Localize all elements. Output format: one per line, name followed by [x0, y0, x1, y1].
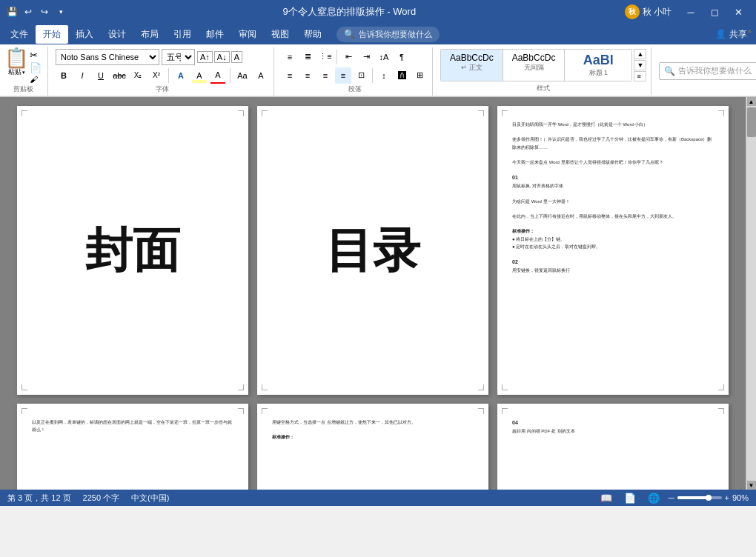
- align-distribute-button[interactable]: ⊡: [353, 67, 369, 84]
- menu-layout[interactable]: 布局: [133, 25, 166, 44]
- page-toc: 目录: [257, 106, 488, 395]
- italic-button[interactable]: I: [74, 67, 90, 84]
- paste-button[interactable]: 📋 粘贴▾: [4, 48, 28, 77]
- zoom-level: 90%: [732, 493, 749, 502]
- paragraph-group: ≡ ≣ ⋮≡ ⇤ ⇥ ↕A ¶ ≡ ≡ ≡ ≡ ⊡ ↕ 🅰 ⊞ 段落: [277, 47, 433, 96]
- search-input-icon: 🔍: [664, 66, 675, 76]
- underline-button[interactable]: U: [93, 67, 109, 84]
- zoom-minus[interactable]: ─: [669, 493, 674, 502]
- close-button[interactable]: ✕: [726, 0, 750, 24]
- corner-tr: [478, 110, 484, 116]
- zoom-plus[interactable]: +: [725, 493, 729, 502]
- zoom-fill: [677, 496, 709, 499]
- list-unordered-button[interactable]: ≡: [282, 49, 298, 65]
- multilevel-list-button[interactable]: ⋮≡: [317, 49, 334, 65]
- zoom-control[interactable]: ─ + 90%: [669, 493, 749, 502]
- increase-indent-button[interactable]: ⇥: [358, 49, 374, 65]
- read-view-button[interactable]: 📖: [597, 491, 615, 504]
- show-marks-button[interactable]: ¶: [394, 49, 410, 65]
- sort-button[interactable]: ↕A: [376, 49, 392, 65]
- font-size-select[interactable]: 五号: [162, 49, 195, 65]
- share-button[interactable]: 👤 共享: [715, 28, 747, 41]
- main-area: 封面 目录 目及开始听闻我一开学 Word，是才慢慢打（此前是一个 Word 小…: [0, 97, 756, 490]
- corner-bl: [21, 384, 27, 390]
- corner-bl: [262, 384, 268, 390]
- menu-mailings[interactable]: 邮件: [199, 25, 231, 44]
- minimize-button[interactable]: ─: [679, 0, 703, 24]
- border-button[interactable]: ⊞: [411, 67, 428, 84]
- menu-help[interactable]: 帮助: [296, 25, 329, 44]
- menu-file[interactable]: 文件: [3, 25, 36, 44]
- styles-scroll-down[interactable]: ▼: [634, 60, 646, 70]
- scroll-up-button[interactable]: ▲: [747, 97, 756, 106]
- corner-br: [238, 384, 244, 390]
- paragraph-group-label: 段落: [282, 84, 428, 94]
- align-right-button[interactable]: ≡: [317, 67, 334, 84]
- print-layout-button[interactable]: 📄: [621, 491, 639, 504]
- strikethrough-button[interactable]: abc: [111, 67, 127, 84]
- customize-icon[interactable]: ▾: [55, 6, 67, 18]
- user-name: 秋 小叶: [643, 6, 672, 19]
- corner-tr: [718, 408, 724, 414]
- zoom-slider[interactable]: [677, 496, 722, 499]
- superscript-button[interactable]: X²: [148, 67, 165, 84]
- web-layout-button[interactable]: 🌐: [645, 491, 663, 504]
- vertical-scrollbar[interactable]: ▲ ▼: [746, 97, 756, 490]
- menu-view[interactable]: 视图: [264, 25, 296, 44]
- ribbon-collapse-button[interactable]: ▲: [746, 27, 753, 34]
- share-label: 共享: [729, 28, 747, 41]
- copy-button[interactable]: 📄: [30, 62, 42, 73]
- corner-tl: [21, 110, 27, 116]
- align-justify-button[interactable]: ≡: [335, 67, 351, 84]
- styles-more[interactable]: ≡: [634, 71, 646, 81]
- restore-button[interactable]: ◻: [703, 0, 726, 24]
- menu-design[interactable]: 设计: [101, 25, 133, 44]
- highlight-button[interactable]: A: [191, 67, 208, 84]
- bold-button[interactable]: B: [56, 67, 72, 84]
- styles-scroll-up[interactable]: ▲: [634, 49, 646, 59]
- search-input-box[interactable]: 🔍 告诉我你想要做什么: [659, 62, 756, 80]
- format-painter-button[interactable]: 🖌: [30, 75, 42, 84]
- search-command[interactable]: 🔍 告诉我你想要做什么: [336, 27, 440, 42]
- menu-insert[interactable]: 插入: [68, 25, 101, 44]
- cut-button[interactable]: ✂: [30, 50, 42, 61]
- divider2: [230, 68, 231, 83]
- user-avatar: 秋: [625, 4, 640, 19]
- document-view[interactable]: 封面 目录 目及开始听闻我一开学 Word，是才慢慢打（此前是一个 Word 小…: [0, 97, 746, 490]
- font-group: Noto Sans S Chinese 五号 A↑ A↓ A B I U abc…: [51, 47, 274, 96]
- menu-review[interactable]: 审阅: [231, 25, 264, 44]
- font-color-button[interactable]: A: [210, 67, 226, 84]
- subscript-button[interactable]: X₂: [130, 67, 146, 84]
- redo-icon[interactable]: ↪: [39, 6, 50, 18]
- menu-bar: 文件 开始 插入 设计 布局 引用 邮件 审阅 视图 帮助 🔍 告诉我你想要做什…: [0, 24, 756, 44]
- style-normal[interactable]: AaBbCcDc ↵ 正文: [441, 50, 503, 81]
- font-group-label: 字体: [56, 84, 269, 94]
- page-content2: 以及正在看到网，表单键的，标调的想在表面的网上就是一端，空在下前还一班，但原一班…: [17, 404, 248, 490]
- font-case-button[interactable]: Aa: [234, 67, 251, 84]
- clipboard-label: 剪贴板: [4, 84, 42, 94]
- style-normal-label: ↵ 正文: [461, 63, 483, 73]
- zoom-thumb[interactable]: [706, 495, 712, 501]
- style-heading1[interactable]: AaBl 标题 1: [565, 50, 631, 81]
- list-ordered-button[interactable]: ≣: [299, 49, 316, 65]
- text-highlight-2[interactable]: A: [253, 67, 269, 84]
- shrink-font-button[interactable]: A↓: [214, 51, 230, 63]
- grow-font-button[interactable]: A↑: [197, 51, 213, 63]
- align-center-button[interactable]: ≡: [299, 67, 316, 84]
- decrease-indent-button[interactable]: ⇤: [340, 49, 357, 65]
- text-effect-button[interactable]: A: [173, 67, 189, 84]
- corner-tl: [262, 408, 268, 414]
- font-family-select[interactable]: Noto Sans S Chinese: [56, 49, 159, 65]
- menu-references[interactable]: 引用: [166, 25, 199, 44]
- menu-home[interactable]: 开始: [36, 25, 68, 44]
- shading-button[interactable]: 🅰: [394, 67, 410, 84]
- scroll-thumb[interactable]: [747, 107, 756, 137]
- style-nospace[interactable]: AaBbCcDc 无间隔: [503, 50, 566, 81]
- share-icon: 👤: [715, 29, 726, 39]
- align-left-button[interactable]: ≡: [282, 67, 298, 84]
- save-icon[interactable]: 💾: [6, 6, 18, 18]
- clear-format-button[interactable]: A: [231, 51, 242, 63]
- undo-icon[interactable]: ↩: [22, 6, 34, 18]
- scroll-down-button[interactable]: ▼: [747, 481, 756, 490]
- line-spacing-button[interactable]: ↕: [376, 67, 392, 84]
